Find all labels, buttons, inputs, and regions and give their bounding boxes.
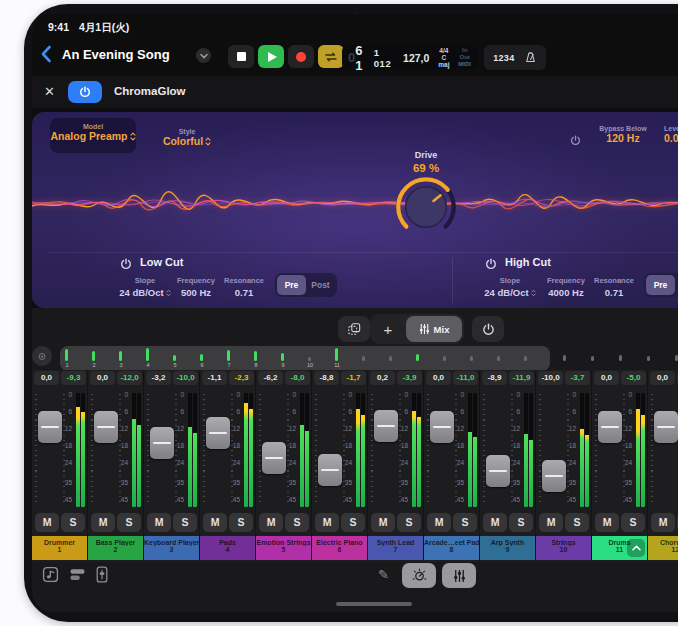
navigator-track-meter[interactable]: 5 — [170, 348, 180, 368]
peak-value[interactable]: -2,3 — [229, 371, 254, 385]
navigator-track-meter[interactable]: 7 — [224, 348, 234, 368]
solo-button[interactable]: S — [61, 513, 85, 532]
add-track-button[interactable]: + — [372, 316, 404, 342]
fader-handle[interactable] — [38, 411, 62, 443]
navigator-track-meter[interactable]: 4 — [143, 348, 153, 368]
title-menu-button[interactable] — [196, 48, 211, 63]
volume-value[interactable]: 0,2 — [370, 371, 395, 385]
solo-button[interactable]: S — [173, 513, 197, 532]
record-button[interactable] — [288, 45, 314, 68]
fader-handle[interactable] — [150, 427, 174, 459]
peak-value[interactable]: -11,9 — [509, 371, 534, 385]
fader-track[interactable]: 061218243545 — [88, 390, 144, 510]
fader-track[interactable]: 061218243545 — [312, 390, 368, 510]
volume-value[interactable]: 0,0 — [90, 371, 115, 385]
track-name-tab[interactable]: Emotion Strings5 — [256, 536, 311, 560]
mute-button[interactable]: M — [483, 513, 507, 532]
navigator-track-meter[interactable]: 1 — [62, 348, 72, 368]
pre-button[interactable]: Pre — [646, 275, 675, 295]
solo-button[interactable]: S — [621, 513, 645, 532]
fader-handle[interactable] — [430, 411, 454, 443]
fader-handle[interactable] — [598, 411, 622, 443]
volume-value[interactable]: -10,0 — [538, 371, 563, 385]
solo-button[interactable]: S — [285, 513, 309, 532]
mixer-power-button[interactable] — [472, 316, 504, 342]
mute-button[interactable]: M — [35, 513, 59, 532]
bypass-below-control[interactable]: Bypass Below 120 Hz — [588, 125, 658, 144]
navigator-track-meter[interactable] — [467, 348, 477, 361]
metronome-icon[interactable] — [524, 51, 537, 64]
navigator-track-meter[interactable] — [644, 348, 654, 361]
navigator-track-meter[interactable] — [588, 348, 598, 361]
highcut-power-button[interactable] — [485, 256, 497, 274]
knob-view-button[interactable] — [402, 563, 436, 588]
mute-button[interactable]: M — [315, 513, 339, 532]
level-control[interactable]: Level 0.0 — [664, 125, 678, 144]
navigator-track-meter[interactable]: 9 — [278, 348, 288, 368]
drive-knob[interactable] — [394, 175, 458, 239]
fader-track[interactable]: 061218243545 — [648, 390, 678, 510]
solo-button[interactable]: S — [509, 513, 533, 532]
lowcut-power-button[interactable] — [120, 256, 132, 274]
solo-button[interactable]: S — [565, 513, 589, 532]
highcut-resonance-control[interactable]: Resonance 0.71 — [584, 276, 644, 298]
track-name-tab[interactable]: Drums11 — [592, 536, 647, 560]
track-name-tab[interactable]: Bass Player2 — [88, 536, 143, 560]
post-button[interactable]: Post — [306, 275, 335, 295]
fader-handle[interactable] — [486, 455, 510, 487]
peak-value[interactable]: -12,0 — [117, 371, 142, 385]
fader-handle[interactable] — [318, 454, 342, 486]
navigator-track-meter[interactable] — [521, 348, 531, 361]
fader-view-button[interactable] — [96, 566, 108, 586]
faders-view-button[interactable] — [442, 563, 476, 588]
back-button[interactable] — [40, 45, 58, 65]
lcd-display[interactable]: 0 6 1 1 012 127,0 4/4 C maj In Out MIDI — [342, 45, 478, 70]
solo-button[interactable]: S — [229, 513, 253, 532]
volume-value[interactable]: -6,2 — [258, 371, 283, 385]
style-select[interactable]: Style Colorful — [144, 123, 230, 147]
track-name-tab[interactable]: Synth Lead7 — [368, 536, 423, 560]
navigator-track-meter[interactable] — [616, 348, 626, 361]
peak-value[interactable]: -10,0 — [173, 371, 198, 385]
volume-value[interactable]: 0,0 — [594, 371, 619, 385]
peak-value[interactable]: -11,0 — [453, 371, 478, 385]
fader-track[interactable]: 061218243545 — [424, 390, 480, 510]
pre-button[interactable]: Pre — [277, 275, 306, 295]
track-name-tab[interactable]: Pads4 — [200, 536, 255, 560]
navigator-track-meter[interactable] — [386, 348, 396, 361]
fader-handle[interactable] — [374, 410, 398, 442]
peak-value[interactable]: -1,7 — [341, 371, 366, 385]
bypass-power-button[interactable] — [570, 132, 581, 150]
fader-handle[interactable] — [94, 411, 118, 443]
peak-value[interactable]: -9,3 — [61, 371, 86, 385]
fader-track[interactable]: 061218243545 — [592, 390, 648, 510]
peak-value[interactable]: -3,9 — [397, 371, 422, 385]
navigator-track-meter[interactable]: 8 — [251, 348, 261, 368]
model-select[interactable]: Model Analog Preamp — [50, 118, 136, 153]
track-name-tab[interactable]: Drummer1 — [32, 536, 87, 560]
navigator-track-meter[interactable] — [560, 348, 570, 361]
play-button[interactable] — [258, 45, 284, 68]
mute-button[interactable]: M — [91, 513, 115, 532]
peak-value[interactable]: -8,0 — [285, 371, 310, 385]
mute-button[interactable]: M — [595, 513, 619, 532]
peak-value[interactable]: -5,0 — [621, 371, 646, 385]
navigator-track-meter[interactable] — [359, 348, 369, 361]
cycle-button[interactable] — [318, 45, 344, 68]
fader-handle[interactable] — [262, 442, 286, 474]
navigator-track-meter[interactable]: 3 — [116, 348, 126, 368]
home-indicator[interactable] — [336, 602, 412, 606]
browser-button[interactable] — [42, 566, 59, 586]
peak-value[interactable]: -3,7 — [565, 371, 590, 385]
mute-button[interactable]: M — [427, 513, 451, 532]
track-name-tab[interactable]: Electric Piano6 — [312, 536, 367, 560]
fader-track[interactable]: 061218243545 — [536, 390, 592, 510]
volume-value[interactable]: -8,8 — [314, 371, 339, 385]
solo-button[interactable]: S — [341, 513, 365, 532]
lowcut-resonance-control[interactable]: Resonance 0.71 — [214, 276, 274, 298]
solo-button[interactable]: S — [117, 513, 141, 532]
fader-track[interactable]: 061218243545 — [256, 390, 312, 510]
mute-button[interactable]: M — [539, 513, 563, 532]
mute-button[interactable]: M — [147, 513, 171, 532]
fader-handle[interactable] — [206, 417, 230, 449]
